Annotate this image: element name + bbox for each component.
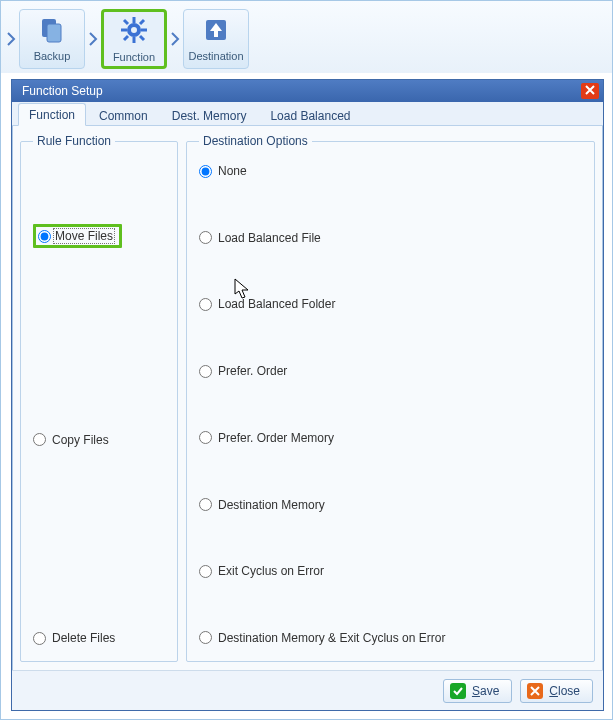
radio-input[interactable] <box>199 631 212 644</box>
chevron-right-icon <box>169 9 181 69</box>
breadcrumb-label: Function <box>113 51 155 63</box>
breadcrumb-label: Backup <box>34 50 71 62</box>
radio-delete-files[interactable]: Delete Files <box>33 631 167 645</box>
dialog-body: Rule Function Move Files Copy Files <box>12 126 603 670</box>
close-icon <box>527 683 543 699</box>
group-legend: Rule Function <box>33 134 115 148</box>
radio-label: Destination Memory <box>218 498 325 512</box>
radio-label: Exit Cyclus on Error <box>218 564 324 578</box>
button-label: Save <box>472 684 499 698</box>
breadcrumb-label: Destination <box>188 50 243 62</box>
radio-label: Destination Memory & Exit Cyclus on Erro… <box>218 631 445 645</box>
breadcrumb-backup[interactable]: Backup <box>19 9 85 69</box>
tab-label: Common <box>99 109 148 123</box>
radio-input[interactable] <box>199 431 212 444</box>
tab-load-balanced[interactable]: Load Balanced <box>259 104 361 126</box>
chevron-right-icon <box>87 9 99 69</box>
breadcrumb-destination[interactable]: Destination <box>183 9 249 69</box>
radio-label: Load Balanced Folder <box>218 297 335 311</box>
radio-label: None <box>218 164 247 178</box>
radio-label: Load Balanced File <box>218 231 321 245</box>
tab-label: Function <box>29 108 75 122</box>
dialog-title: Function Setup <box>22 84 103 98</box>
rule-function-options: Move Files Copy Files Delete Files <box>33 158 167 651</box>
radio-input[interactable] <box>199 165 212 178</box>
svg-line-7 <box>124 20 128 24</box>
svg-line-8 <box>140 36 144 40</box>
dialog-tabs: Function Common Dest. Memory Load Balanc… <box>12 102 603 126</box>
radio-input[interactable] <box>199 565 212 578</box>
tab-label: Load Balanced <box>270 109 350 123</box>
radio-label: Prefer. Order Memory <box>218 431 334 445</box>
close-icon <box>585 84 595 98</box>
tab-label: Dest. Memory <box>172 109 247 123</box>
radio-dest-destination-memory[interactable]: Destination Memory <box>199 498 584 512</box>
radio-dest-lb-folder[interactable]: Load Balanced Folder <box>199 297 584 311</box>
svg-point-2 <box>129 25 139 35</box>
breadcrumb-function[interactable]: Function <box>101 9 167 69</box>
radio-dest-none[interactable]: None <box>199 164 584 178</box>
radio-input[interactable] <box>38 230 51 243</box>
tab-function[interactable]: Function <box>18 103 86 126</box>
radio-label: Copy Files <box>52 433 109 447</box>
radio-dest-memory-exit-cyclus[interactable]: Destination Memory & Exit Cyclus on Erro… <box>199 631 584 645</box>
group-legend: Destination Options <box>199 134 312 148</box>
radio-label: Delete Files <box>52 631 115 645</box>
wizard-breadcrumb: Backup Function <box>1 1 612 73</box>
function-setup-dialog: Function Setup Function Common Dest. Mem… <box>11 79 604 711</box>
radio-input[interactable] <box>33 433 46 446</box>
radio-input[interactable] <box>199 298 212 311</box>
dialog-footer: Save Close <box>12 670 603 710</box>
copy-icon <box>38 16 66 47</box>
button-label: Close <box>549 684 580 698</box>
radio-input[interactable] <box>33 632 46 645</box>
svg-rect-1 <box>47 24 61 42</box>
radio-input[interactable] <box>199 231 212 244</box>
radio-label: Prefer. Order <box>218 364 287 378</box>
chevron-right-icon <box>5 9 17 69</box>
dialog-titlebar: Function Setup <box>12 80 603 102</box>
tab-dest-memory[interactable]: Dest. Memory <box>161 104 258 126</box>
radio-move-files[interactable]: Move Files <box>33 224 167 248</box>
upload-icon <box>202 16 230 47</box>
save-button[interactable]: Save <box>443 679 512 703</box>
gear-icon <box>119 15 149 48</box>
radio-label: Move Files <box>53 228 115 244</box>
highlight-box: Move Files <box>33 224 122 248</box>
radio-copy-files[interactable]: Copy Files <box>33 433 167 447</box>
check-icon <box>450 683 466 699</box>
radio-dest-prefer-order-memory[interactable]: Prefer. Order Memory <box>199 431 584 445</box>
radio-input[interactable] <box>199 498 212 511</box>
radio-dest-exit-cyclus[interactable]: Exit Cyclus on Error <box>199 564 584 578</box>
dialog-close-button[interactable] <box>581 83 599 99</box>
svg-line-10 <box>124 36 128 40</box>
tab-common[interactable]: Common <box>88 104 159 126</box>
destination-options: None Load Balanced File Load Balanced Fo… <box>199 158 584 651</box>
app-root: Backup Function <box>0 0 613 720</box>
close-button[interactable]: Close <box>520 679 593 703</box>
radio-input[interactable] <box>199 365 212 378</box>
svg-line-9 <box>140 20 144 24</box>
rule-function-group: Rule Function Move Files Copy Files <box>20 134 178 662</box>
radio-dest-prefer-order[interactable]: Prefer. Order <box>199 364 584 378</box>
radio-dest-lb-file[interactable]: Load Balanced File <box>199 231 584 245</box>
destination-options-group: Destination Options None Load Balanced F… <box>186 134 595 662</box>
